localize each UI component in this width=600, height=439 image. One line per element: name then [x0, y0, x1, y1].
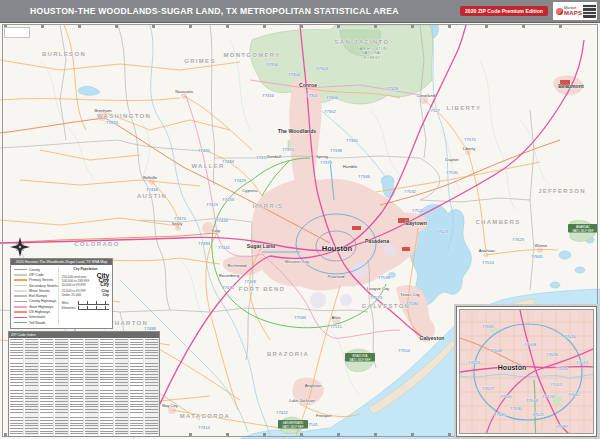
zip-code-label: 77474	[174, 216, 187, 221]
legend-title: 2020 Houston-The Woodlands-Sugar Land, T…	[11, 259, 112, 265]
legend-item-label: State Highways	[29, 305, 53, 309]
lake-somerville	[78, 86, 100, 95]
zip-code-label: 77365	[346, 138, 359, 143]
zip-code-label: 77429	[234, 178, 247, 183]
inset-city-label: Houston	[498, 364, 526, 371]
county-label: COLORADO	[74, 241, 119, 247]
zip-index-columns	[9, 338, 159, 436]
inset-zip-label: 77024	[468, 360, 481, 365]
legend-box: 2020 Houston-The Woodlands-Sugar Land, T…	[10, 258, 113, 329]
legend-item-label: County Highways	[29, 299, 56, 303]
zip-code-label: 77414	[198, 425, 211, 430]
zip-code-label: 77532	[404, 189, 417, 194]
zip-code-label: 77833	[106, 120, 119, 125]
zip-code-label: 77523	[436, 229, 449, 234]
city-label: League City	[367, 286, 390, 291]
city-label: Bay City	[162, 403, 178, 408]
city-label: Bellville	[143, 175, 158, 180]
legend-item-label: ZIP Code	[29, 273, 44, 277]
publisher-logo: Market MAPS	[553, 2, 597, 20]
county-label: WASHINGTON	[97, 113, 151, 119]
city-label: Dayton	[445, 157, 459, 162]
zip-code-label: 77469	[244, 279, 257, 284]
city-label: Freeport	[316, 413, 333, 418]
county-label: WHARTON	[108, 320, 148, 326]
zip-code-label: 77306	[326, 95, 339, 100]
scale-bars: Miles Kilometers	[62, 300, 109, 310]
population-key-rows: 250,000 and overCity100,000 to 249,999Ci…	[62, 272, 109, 299]
city-label: Liberty	[463, 146, 476, 151]
population-city-sample: City	[100, 282, 109, 287]
zip-code-label: 77573	[370, 295, 383, 300]
zip-index-column	[145, 339, 159, 435]
zip-code-label: 77449	[216, 218, 229, 223]
county-label: AUSTIN	[137, 193, 167, 199]
county-label: FORT BEND	[239, 286, 286, 292]
logo-info-block	[583, 4, 596, 18]
inset-zip-label: 77026	[546, 352, 559, 357]
county-label: GALVESTON	[362, 303, 410, 309]
zip-code-label: 77433	[222, 197, 235, 202]
inset-map-canvas: 7700877009770267702077011770237700477021…	[460, 310, 594, 434]
county-label: GRIMES	[184, 58, 215, 64]
zip-code-label: 77535	[446, 170, 459, 175]
zip-index-column	[130, 339, 144, 435]
city-label: Pasadena	[365, 238, 389, 244]
map-poster: BURLESONWASHINGTONGRIMESMONTGOMERYSAN JA…	[0, 0, 600, 439]
legend-swatch	[14, 290, 27, 292]
legend-swatch	[14, 311, 27, 313]
legend-item-label: Primary Streets	[29, 278, 53, 282]
population-city-sample: City	[101, 288, 109, 293]
forest-label: SAM HOUSTON	[357, 47, 387, 51]
inset-zip-label: 77011	[550, 382, 562, 387]
inset-zip-label: 77091	[482, 324, 495, 329]
zip-code-label: 77338	[330, 148, 343, 153]
legend-swatch	[14, 322, 27, 324]
county-label: HARRIS	[253, 203, 284, 209]
city-label: Tomball	[267, 154, 281, 159]
county-label: BURLESON	[42, 51, 86, 57]
zip-index-column	[70, 339, 84, 435]
county-label: WALLER	[191, 163, 224, 169]
legend-swatch	[14, 317, 27, 319]
city-label: Winnie	[535, 243, 548, 248]
city-label: Texas City	[400, 292, 420, 297]
legend-item-label: County	[29, 268, 40, 272]
population-range: 250,000 and over	[62, 275, 87, 279]
population-key-row: Under 25,000City	[62, 293, 109, 298]
logo-text-bottom: MAPS	[564, 10, 582, 16]
inset-zip-label: 77013	[576, 360, 589, 365]
legend-swatch	[14, 295, 27, 297]
county-label: CHAMBERS	[475, 219, 520, 225]
city-label: The Woodlands	[278, 128, 317, 134]
city-label: Pearland	[328, 274, 345, 279]
city-label: Baytown	[405, 220, 427, 226]
inset-zip-label: 77005	[500, 394, 513, 399]
population-range: 25,000 to 49,999	[62, 289, 86, 293]
zip-code-label: 77590	[406, 301, 419, 306]
city-label: Brenham	[95, 108, 113, 113]
legend-item-label: Minor Streets	[29, 289, 50, 293]
zip-index-column	[25, 339, 39, 435]
forest-label: NATIONAL	[362, 51, 382, 55]
city-label: Richmond	[228, 263, 248, 268]
inset-zip-label: 77025	[494, 412, 507, 417]
zip-code-label: 77583	[294, 315, 307, 320]
inset-zip-label: 77087	[556, 424, 569, 429]
city-label: Houston	[322, 244, 353, 253]
legend-swatch	[14, 306, 27, 308]
inset-zip-label: 77020	[556, 366, 569, 371]
legend-item-label: Exit Ramps	[29, 294, 47, 298]
population-range: 50,000 to 99,999	[62, 283, 86, 287]
population-range: Under 25,000	[62, 293, 81, 297]
zip-index-column	[40, 339, 54, 435]
city-label: Beaumont	[558, 83, 584, 89]
compass-rose	[10, 237, 30, 257]
zip-code-label: 77377	[256, 155, 269, 160]
legend-item-label: US Highways	[29, 310, 50, 314]
inset-zip-label: 77027	[482, 386, 495, 391]
inset-street-grid	[460, 310, 594, 434]
city-label: Katy	[212, 228, 221, 233]
county-label: JEFFERSON	[538, 188, 586, 194]
downtown-inset-map[interactable]: 7700877009770267702077011770237700477021…	[456, 306, 597, 437]
